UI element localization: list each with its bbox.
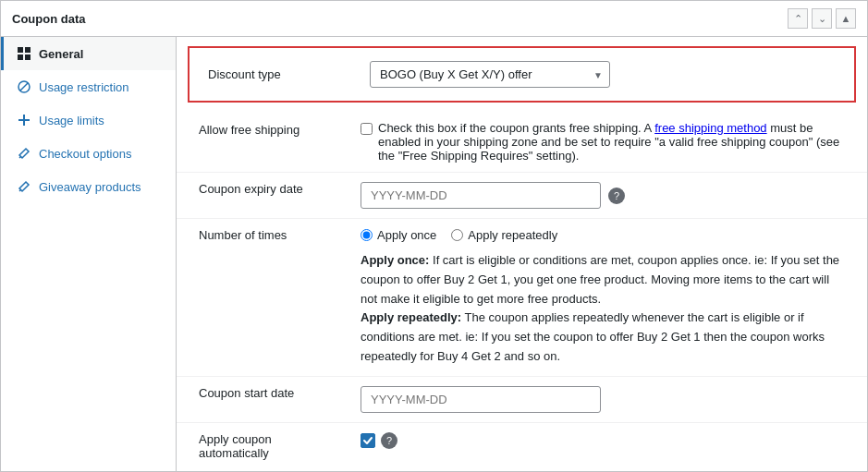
apply-repeatedly-bold: Apply repeatedly: xyxy=(361,310,461,324)
free-shipping-checkbox[interactable] xyxy=(361,123,373,135)
grid-icon xyxy=(17,46,31,61)
main-content: Discount type Percentage discount Fixed … xyxy=(177,37,867,471)
discount-type-select-wrapper: Percentage discount Fixed cart discount … xyxy=(370,61,610,88)
expiry-date-input[interactable] xyxy=(361,182,601,209)
sidebar-item-checkout-options[interactable]: Checkout options xyxy=(1,137,176,170)
discount-type-field: Percentage discount Fixed cart discount … xyxy=(370,61,836,88)
circle-slash-icon xyxy=(17,79,31,94)
apply-once-option[interactable]: Apply once xyxy=(361,228,436,242)
apply-coupon-auto-row: Apply coupon automatically ? xyxy=(177,422,867,469)
start-date-label: Coupon start date xyxy=(199,386,361,400)
apply-once-radio[interactable] xyxy=(361,229,373,241)
apply-once-desc: If cart is eligible or conditions are me… xyxy=(361,253,839,306)
sidebar-giveaway-products-label: Giveaway products xyxy=(39,180,141,194)
apply-repeatedly-label: Apply repeatedly xyxy=(468,228,557,242)
svg-rect-3 xyxy=(25,54,31,60)
svg-rect-2 xyxy=(18,54,23,60)
svg-rect-0 xyxy=(18,47,23,53)
number-of-times-label: Number of times xyxy=(199,228,361,242)
apply-once-bold: Apply once: xyxy=(361,253,429,267)
discount-type-label: Discount type xyxy=(208,67,370,81)
apply-once-label: Apply once xyxy=(377,228,436,242)
apply-coupon-auto-field: ? xyxy=(361,432,845,449)
start-date-row: Coupon start date xyxy=(177,376,867,422)
apply-repeatedly-radio[interactable] xyxy=(451,229,463,241)
free-shipping-check: Check this box if the coupon grants free… xyxy=(361,121,845,163)
svg-line-5 xyxy=(20,83,28,91)
sidebar-usage-restriction-label: Usage restriction xyxy=(39,80,129,94)
sidebar-item-giveaway-products[interactable]: Giveaway products xyxy=(1,170,176,203)
discount-type-row: Discount type Percentage discount Fixed … xyxy=(188,46,856,103)
apply-auto-help-icon[interactable]: ? xyxy=(381,432,397,449)
sidebar-item-usage-restriction[interactable]: Usage restriction xyxy=(1,70,176,103)
wrench-icon-2 xyxy=(17,179,31,194)
sidebar-checkout-options-label: Checkout options xyxy=(39,147,131,161)
free-shipping-description: Check this box if the coupon grants free… xyxy=(378,121,845,163)
sidebar-item-general[interactable]: General xyxy=(1,37,176,70)
sidebar-usage-limits-label: Usage limits xyxy=(39,114,104,127)
expiry-date-field: ? xyxy=(361,182,845,209)
coupon-data-window: Coupon data ⌃ ⌄ ▲ General xyxy=(0,0,868,472)
plus-icon xyxy=(17,113,31,127)
sidebar: General Usage restriction xyxy=(1,37,177,471)
expiry-date-help-icon[interactable]: ? xyxy=(608,188,625,204)
start-date-input[interactable] xyxy=(361,386,601,413)
apply-coupon-auto-label: Apply coupon automatically xyxy=(199,432,361,460)
sidebar-general-label: General xyxy=(39,47,83,61)
apply-repeatedly-option[interactable]: Apply repeatedly xyxy=(451,228,557,242)
number-of-times-row: Number of times Apply once Apply repeate… xyxy=(177,218,867,376)
sidebar-item-usage-limits[interactable]: Usage limits xyxy=(1,103,176,137)
free-shipping-link[interactable]: free shipping method xyxy=(654,121,766,135)
apply-auto-checkbox[interactable] xyxy=(361,433,375,448)
titlebar: Coupon data ⌃ ⌄ ▲ xyxy=(1,1,867,37)
free-shipping-row: Allow free shipping Check this box if th… xyxy=(177,112,867,172)
fullscreen-button[interactable]: ▲ xyxy=(836,8,856,29)
window-title: Coupon data xyxy=(12,12,85,26)
free-shipping-label: Allow free shipping xyxy=(199,121,361,137)
discount-type-select[interactable]: Percentage discount Fixed cart discount … xyxy=(370,61,610,88)
expiry-date-label: Coupon expiry date xyxy=(199,182,361,196)
collapse-button[interactable]: ⌃ xyxy=(788,8,808,29)
svg-rect-1 xyxy=(25,47,31,53)
number-of-times-content: Apply once Apply repeatedly Apply once: … xyxy=(361,228,845,367)
start-date-field xyxy=(361,386,845,413)
expand-button[interactable]: ⌄ xyxy=(812,8,832,29)
content-area: General Usage restriction xyxy=(1,37,867,471)
apply-description: Apply once: If cart is eligible or condi… xyxy=(361,251,845,367)
titlebar-controls: ⌃ ⌄ ▲ xyxy=(788,8,856,29)
wrench-icon-1 xyxy=(17,146,31,161)
number-of-times-radios: Apply once Apply repeatedly xyxy=(361,228,845,242)
expiry-date-row: Coupon expiry date ? xyxy=(177,172,867,218)
free-shipping-content: Check this box if the coupon grants free… xyxy=(361,121,845,163)
